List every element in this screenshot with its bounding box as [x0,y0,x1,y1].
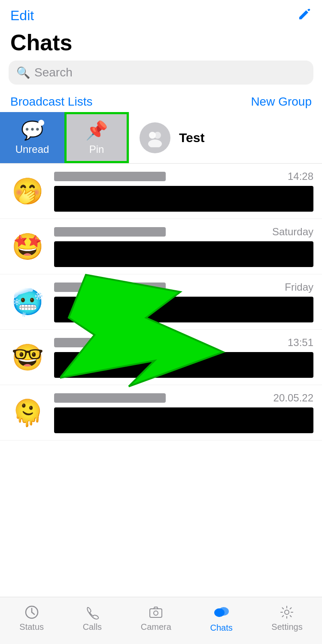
filter-row: 💬 Unread 📌 Pin Test [0,112,322,164]
chat-avatar: 🤓 [9,338,46,376]
phone-icon [85,605,100,620]
nav-chats[interactable]: Chats [210,604,232,633]
svg-line-7 [32,612,34,614]
svg-point-11 [219,607,229,616]
bottom-nav: Status Calls Camera Chats Settings [0,597,322,644]
pin-label: Pin [89,143,104,155]
pin-icon: 📌 [85,120,108,141]
chat-item[interactable]: 🥶 Friday [0,274,322,330]
chat-name-bar [54,338,166,347]
camera-icon [149,605,163,620]
chats-icon [213,604,230,620]
chat-content: 13:51 [54,337,313,378]
unread-dot [38,120,44,126]
chat-item[interactable]: 🤩 Saturday [0,219,322,274]
chat-name-bar [54,172,166,181]
svg-point-2 [154,132,161,139]
chat-time: Saturday [272,226,313,238]
search-icon: 🔍 [16,66,30,79]
action-row: Broadcast Lists New Group [0,91,322,112]
chat-preview [54,186,313,212]
chat-preview [54,241,313,267]
calls-label: Calls [83,622,102,632]
pin-filter[interactable]: 📌 Pin [64,112,129,163]
page-title: Chats [0,28,322,61]
test-contact[interactable]: Test [129,112,322,163]
chat-preview [54,297,313,322]
chat-time: Friday [285,281,313,293]
unread-label: Unread [15,143,49,155]
unread-bubble-icon: 💬 [21,120,43,141]
chat-name-bar [54,227,166,237]
chat-time: 14:28 [288,170,313,182]
chat-time: 20.05.22 [273,392,313,404]
status-icon [24,605,39,620]
nav-status[interactable]: Status [19,605,44,632]
chat-avatar: 🫠 [9,394,46,431]
search-placeholder: Search [34,66,73,79]
settings-label: Settings [271,622,302,632]
chat-avatar: 🤩 [9,228,46,265]
chat-item[interactable]: 🫠 20.05.22 [0,385,322,440]
chat-item[interactable]: 🤭 14:28 [0,164,322,219]
edit-button[interactable]: Edit [10,8,34,24]
nav-settings[interactable]: Settings [271,605,302,632]
chat-preview [54,352,313,378]
svg-point-9 [154,611,158,615]
camera-label: Camera [141,622,171,632]
chat-content: Friday [54,281,313,322]
broadcast-lists-button[interactable]: Broadcast Lists [10,95,92,109]
chat-time: 13:51 [288,337,313,349]
nav-camera[interactable]: Camera [141,605,171,632]
chat-preview [54,407,313,433]
svg-point-3 [148,140,162,147]
test-avatar [140,122,170,153]
svg-point-12 [285,610,289,614]
chat-avatar: 🥶 [9,283,46,321]
chat-avatar: 🤭 [9,172,46,210]
status-label: Status [19,622,44,632]
chat-content: Saturday [54,226,313,267]
gear-icon [279,605,294,620]
test-name: Test [179,131,204,145]
unread-filter[interactable]: 💬 Unread [0,112,64,163]
chat-name-bar [54,393,166,403]
header: Edit [0,0,322,28]
chats-label: Chats [210,623,232,633]
new-group-button[interactable]: New Group [251,95,312,109]
search-bar[interactable]: 🔍 Search [9,61,313,85]
chat-list: 🤭 14:28 🤩 Saturday 🥶 Friday [0,164,322,440]
chat-name-bar [54,283,166,292]
chat-content: 14:28 [54,170,313,212]
compose-button[interactable] [297,7,312,24]
chat-item[interactable]: 🤓 13:51 [0,330,322,385]
chat-content: 20.05.22 [54,392,313,433]
svg-rect-8 [150,609,162,617]
nav-calls[interactable]: Calls [83,605,102,632]
